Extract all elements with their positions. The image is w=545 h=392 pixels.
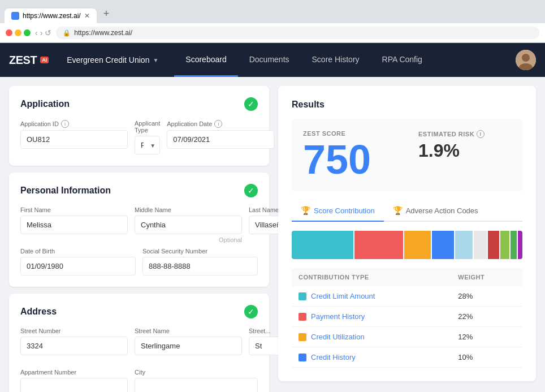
app-id-info-icon[interactable]: i [61, 120, 69, 128]
address-card: Address ✓ Street Number Street Name Stre… [9, 294, 269, 392]
contribution-name[interactable]: Credit Limit Amount [299, 292, 444, 300]
zest-logo: ZEST AI [9, 54, 49, 67]
contribution-name[interactable]: Credit Utilization [299, 333, 444, 341]
first-name-input[interactable] [20, 216, 128, 234]
nav-items: Scoreboard Documents Score History RPA C… [174, 43, 434, 77]
close-window-button[interactable] [6, 29, 12, 36]
application-card-header: Application ✓ [20, 97, 258, 111]
org-selector[interactable]: Evergreen Credit Union ▼ [60, 52, 165, 68]
maximize-window-button[interactable] [24, 29, 31, 36]
dob-input[interactable] [20, 257, 136, 275]
result-tabs: 🏆 Score Contribution 🏆 Adverse Action Co… [292, 200, 522, 222]
dob-label: Date of Birth [20, 248, 136, 255]
contribution-label: Credit Limit Amount [311, 292, 375, 300]
minimize-window-button[interactable] [15, 29, 21, 36]
score-contribution-icon: 🏆 [301, 206, 310, 215]
forward-button[interactable]: › [40, 28, 43, 37]
refresh-button[interactable]: ↺ [45, 28, 51, 37]
bar-segment [455, 231, 473, 259]
org-name: Evergreen Credit Union [67, 55, 149, 64]
bar-segment [488, 231, 499, 259]
bar-segment [511, 231, 517, 259]
new-tab-button[interactable]: + [98, 5, 115, 23]
app-id-input[interactable] [20, 130, 128, 149]
street-name-group: Street Name [135, 328, 242, 364]
app-type-select[interactable]: Primary [135, 136, 160, 154]
adverse-action-label: Adverse Action Codes [406, 206, 478, 215]
browser-tab[interactable]: https://www.zest.ai/ ✕ [5, 8, 97, 23]
logo-text: ZEST [9, 54, 37, 67]
contribution-name[interactable]: Credit History [299, 353, 444, 361]
personal-check-icon: ✓ [244, 184, 258, 197]
nav-item-documents[interactable]: Documents [238, 43, 301, 77]
dob-ssn-row: Date of Birth Social Security Number [20, 248, 258, 275]
middle-name-input[interactable] [135, 216, 242, 234]
risk-info-icon[interactable]: i [477, 130, 485, 138]
city-input[interactable] [135, 378, 258, 392]
color-dot [299, 354, 306, 361]
table-row: Payment History 22% [292, 307, 522, 327]
bar-segment [354, 231, 403, 259]
ssn-group: Social Security Number [142, 248, 258, 275]
contribution-table-head: CONTRIBUTION TYPE WEIGHT [292, 268, 522, 286]
color-dot [299, 313, 306, 321]
score-bar-chart [292, 231, 522, 259]
app-date-input[interactable] [167, 130, 274, 149]
svg-point-1 [522, 54, 530, 62]
address-row1: Street Number Street Name Street... Opti… [20, 328, 258, 364]
contribution-table: CONTRIBUTION TYPE WEIGHT Credit Limit Am… [292, 268, 522, 368]
nav-item-scoreboard[interactable]: Scoreboard [174, 43, 237, 77]
results-title: Results [292, 100, 522, 110]
app-id-group: Application ID i [20, 120, 128, 154]
contribution-name[interactable]: Payment History [299, 312, 444, 321]
tab-favicon [11, 12, 19, 20]
app-type-select-wrapper: Primary ▼ [135, 136, 160, 154]
tab-score-contribution[interactable]: 🏆 Score Contribution [292, 200, 384, 222]
bar-segment [474, 231, 487, 259]
contribution-label: Credit History [311, 353, 356, 361]
street-num-input[interactable] [20, 337, 128, 355]
url-bar[interactable]: 🔒 https://www.zest.ai/ [56, 27, 539, 39]
zest-score-label: ZEST SCORE [303, 130, 396, 137]
middle-name-label: Middle Name [135, 206, 242, 213]
tab-close-icon[interactable]: ✕ [84, 12, 90, 20]
risk-label: ESTIMATED RISK i [418, 130, 511, 138]
browser-tabs: https://www.zest.ai/ ✕ + [5, 5, 540, 23]
chevron-down-icon: ▼ [153, 57, 158, 63]
back-button[interactable]: ‹ [35, 28, 38, 37]
ssn-input[interactable] [142, 257, 258, 275]
bar-segment [500, 231, 509, 259]
middle-name-optional: Optional [135, 236, 242, 243]
results-card: Results ZEST SCORE 750 ESTIMATED RISK i … [278, 86, 536, 381]
apt-label: Appartment Number [20, 369, 128, 376]
app-date-info-icon[interactable]: i [214, 120, 222, 128]
nav-item-score-history[interactable]: Score History [301, 43, 371, 77]
logo-badge: AI [40, 57, 49, 63]
dob-group: Date of Birth [20, 248, 136, 275]
apt-group: Appartment Number [20, 369, 128, 392]
street-name-label: Street Name [135, 328, 242, 334]
personal-info-card: Personal Information ✓ First Name Middle… [9, 173, 269, 287]
application-check-icon: ✓ [244, 97, 258, 111]
window-controls [6, 29, 31, 36]
street-name-input[interactable] [135, 337, 242, 355]
apt-input[interactable] [20, 378, 128, 392]
score-contribution-label: Score Contribution [314, 206, 375, 215]
score-section: ZEST SCORE 750 ESTIMATED RISK i 1.9% [292, 119, 522, 191]
app-id-label: Application ID i [20, 120, 128, 128]
zest-score-block: ZEST SCORE 750 [303, 130, 396, 180]
weight-value: 28% [451, 286, 522, 307]
bar-segment [404, 231, 431, 259]
name-row: First Name Middle Name Optional Last Nam… [20, 206, 258, 243]
user-avatar[interactable] [516, 50, 536, 70]
nav-item-rpa-config[interactable]: RPA Config [371, 43, 434, 77]
color-dot [299, 333, 306, 341]
contribution-label: Payment History [311, 312, 365, 321]
contribution-table-body: Credit Limit Amount 28% Payment History … [292, 286, 522, 368]
tab-adverse-action[interactable]: 🏆 Adverse Action Codes [384, 200, 487, 222]
contribution-label: Credit Utilization [311, 333, 365, 341]
city-group: City [135, 369, 258, 392]
weight-value: 10% [451, 347, 522, 368]
bar-segment [432, 231, 454, 259]
risk-value: 1.9% [418, 140, 511, 161]
